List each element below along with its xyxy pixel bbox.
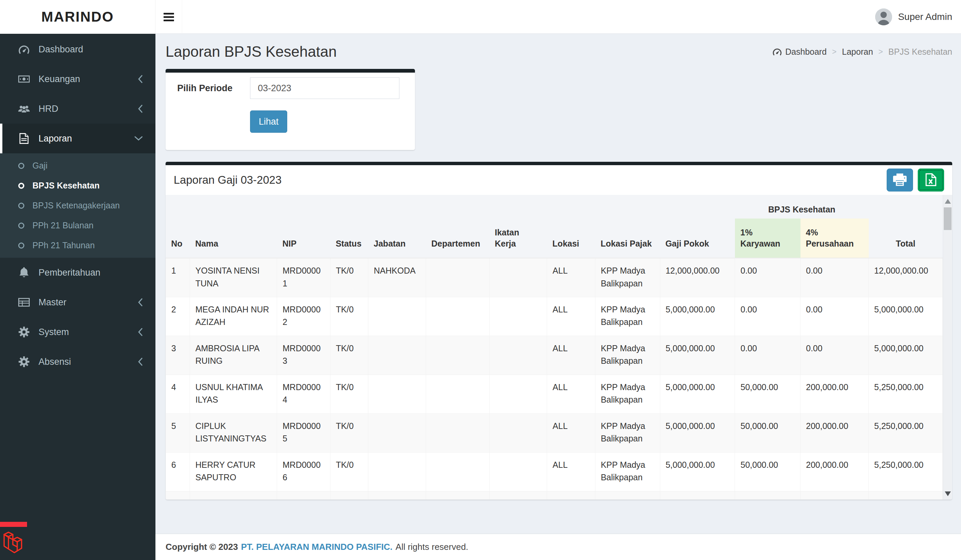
cell-status: TK/0 xyxy=(330,452,368,491)
col-header-lokasi: Lokasi xyxy=(547,218,595,258)
laravel-debugbar-icon[interactable] xyxy=(3,529,22,556)
period-input[interactable] xyxy=(250,77,399,99)
cell-nama: AMBROSIA LIPA RUING xyxy=(190,336,277,375)
cell-gaji-pokok: 12,000,000.00 xyxy=(660,258,735,297)
vertical-scrollbar[interactable] xyxy=(943,195,952,499)
cell-gaji-pokok: 5,000,000.00 xyxy=(660,336,735,375)
tachometer-icon xyxy=(16,44,32,55)
sidebar-item-pemberitahuan[interactable]: Pemberitahuan xyxy=(0,258,156,287)
cell-nip: MRD00003 xyxy=(277,336,331,375)
cell-ikatan-kerja xyxy=(489,336,547,375)
sidebar-item-system[interactable]: System xyxy=(0,317,156,347)
table-group-header-row: BPJS Kesehatan xyxy=(166,195,943,218)
cell-lokasi-pajak: KPP Madya Balikpapan xyxy=(595,452,660,491)
col-header-lokasi-pajak: Lokasi Pajak xyxy=(595,218,660,258)
sidebar-item-bpjs-kesehatan[interactable]: BPJS Kesehatan xyxy=(0,176,156,196)
cell-lokasi: ALL xyxy=(547,297,595,336)
sidebar-item-pph21-bulanan[interactable]: PPh 21 Bulanan xyxy=(0,215,156,236)
report-table-body: 1YOSINTA NENSI TUNAMRD00001TK/0NAHKODAAL… xyxy=(166,258,943,499)
sidebar-item-label: BPJS Ketenagakerjaan xyxy=(32,201,120,210)
cell-bpjs-1pct-karyawan: 0.00 xyxy=(735,297,800,336)
cell-nip: MRD00002 xyxy=(277,297,331,336)
cell-ikatan-kerja xyxy=(489,452,547,491)
report-table-scroll-area: BPJS Kesehatan No Nama NIP Status Jabata… xyxy=(166,195,952,499)
debugbar-strip[interactable] xyxy=(0,522,27,527)
scroll-thumb[interactable] xyxy=(944,207,951,230)
circle-icon xyxy=(18,203,24,209)
gear-icon xyxy=(16,356,32,367)
table-row: 5CIPLUK LISTYANINGTYASMRD00005TK/0ALLKPP… xyxy=(166,413,943,452)
sidebar-item-laporan[interactable]: Laporan xyxy=(0,124,156,153)
sidebar-item-absensi[interactable]: Absensi xyxy=(0,347,156,377)
app-window: MARINDO Super Admin Dashboard xyxy=(0,0,961,560)
cell-gaji-pokok: 5,000,000.00 xyxy=(660,297,735,336)
avatar xyxy=(875,8,892,25)
cell-lokasi-pajak: KPP Madya Balikpapan xyxy=(595,413,660,452)
excel-button[interactable] xyxy=(918,168,944,191)
cell-jabatan xyxy=(368,452,426,491)
sidebar-item-label: HRD xyxy=(39,104,138,114)
cell-status: TK/0 xyxy=(330,258,368,297)
cell-status: TK/0 xyxy=(330,375,368,413)
cell-bpjs-4pct-perusahaan: 200,000.00 xyxy=(800,375,869,413)
cell-nama: CIPLUK LISTYANINGTYAS xyxy=(190,413,277,452)
sidebar-item-pph21-tahunan[interactable]: PPh 21 Tahunan xyxy=(0,236,156,255)
cell-ikatan-kerja xyxy=(489,413,547,452)
sidebar-menu: Dashboard Keuangan xyxy=(0,34,156,377)
sidebar-item-label: Gaji xyxy=(32,161,47,170)
sidebar-toggle-button[interactable] xyxy=(156,0,182,34)
table-row: 4USNUL KHATIMA ILYASMRD00004TK/0ALLKPP M… xyxy=(166,375,943,413)
cell-jabatan: NAHKODA xyxy=(368,258,426,297)
cell-lokasi-pajak: KPP Madya Balikpapan xyxy=(595,258,660,297)
cell-no: 2 xyxy=(166,297,190,336)
sidebar-item-bpjs-ketenagakerjaan[interactable]: BPJS Ketenagakerjaan xyxy=(0,196,156,215)
breadcrumb-separator: > xyxy=(879,47,883,56)
group-header-bpjs-kesehatan: BPJS Kesehatan xyxy=(735,195,869,218)
sidebar-item-label: Dashboard xyxy=(39,44,143,55)
cell-bpjs-4pct-perusahaan: 200,000.00 xyxy=(800,452,869,491)
cell-total: 5,250,000.00 xyxy=(869,413,943,452)
sidebar-item-keuangan[interactable]: Keuangan xyxy=(0,64,156,94)
cell-ikatan-kerja xyxy=(489,297,547,336)
report-table: BPJS Kesehatan No Nama NIP Status Jabata… xyxy=(166,195,943,499)
col-header-nama: Nama xyxy=(190,218,277,258)
chevron-left-icon xyxy=(138,298,143,306)
report-card: Laporan Gaji 03-2023 xyxy=(166,162,952,499)
sidebar-item-hrd[interactable]: HRD xyxy=(0,94,156,124)
main-content: Laporan BPJS Kesehatan Dashboard > Lapor… xyxy=(156,34,961,534)
scroll-up-arrow[interactable] xyxy=(945,199,951,204)
breadcrumb-dashboard[interactable]: Dashboard xyxy=(773,47,826,57)
sidebar-item-master[interactable]: Master xyxy=(0,287,156,317)
cell-jabatan xyxy=(368,413,426,452)
breadcrumb-laporan[interactable]: Laporan xyxy=(842,47,873,57)
lihat-button[interactable]: Lihat xyxy=(250,111,287,133)
cell-nama: MEGA INDAH NUR AZIZAH xyxy=(190,297,277,336)
brand-text: MARINDO xyxy=(41,9,114,25)
breadcrumb-current: BPJS Kesehatan xyxy=(888,47,952,57)
brand-logo[interactable]: MARINDO xyxy=(0,0,156,34)
cell-ikatan-kerja xyxy=(489,258,547,297)
sidebar-item-dashboard[interactable]: Dashboard xyxy=(0,34,156,64)
print-button[interactable] xyxy=(887,168,913,191)
breadcrumb-label: Dashboard xyxy=(785,47,826,57)
chevron-left-icon xyxy=(138,105,143,113)
cell-bpjs-1pct-karyawan: 50,000.00 xyxy=(735,375,800,413)
col-header-nip: NIP xyxy=(277,218,331,258)
cell-lokasi: ALL xyxy=(547,452,595,491)
cell-gaji-pokok: 5,000,000.00 xyxy=(660,452,735,491)
cell-nip: MRD00005 xyxy=(277,413,331,452)
money-icon xyxy=(16,74,32,85)
cell-total: 5,000,000.00 xyxy=(869,336,943,375)
user-menu[interactable]: Super Admin xyxy=(875,0,952,34)
sidebar-item-label: PPh 21 Tahunan xyxy=(32,241,95,250)
cell-departemen xyxy=(426,375,489,413)
circle-icon xyxy=(18,223,24,229)
scroll-down-arrow[interactable] xyxy=(945,491,951,496)
file-text-icon xyxy=(16,133,32,144)
chevron-left-icon xyxy=(138,328,143,336)
sidebar-item-gaji[interactable]: Gaji xyxy=(0,156,156,176)
company-link[interactable]: PT. PELAYARAN MARINDO PASIFIC. xyxy=(241,542,392,552)
cell-nama: USNUL KHATIMA ILYAS xyxy=(190,375,277,413)
sidebar-item-label: PPh 21 Bulanan xyxy=(32,221,93,230)
cell-departemen xyxy=(426,297,489,336)
